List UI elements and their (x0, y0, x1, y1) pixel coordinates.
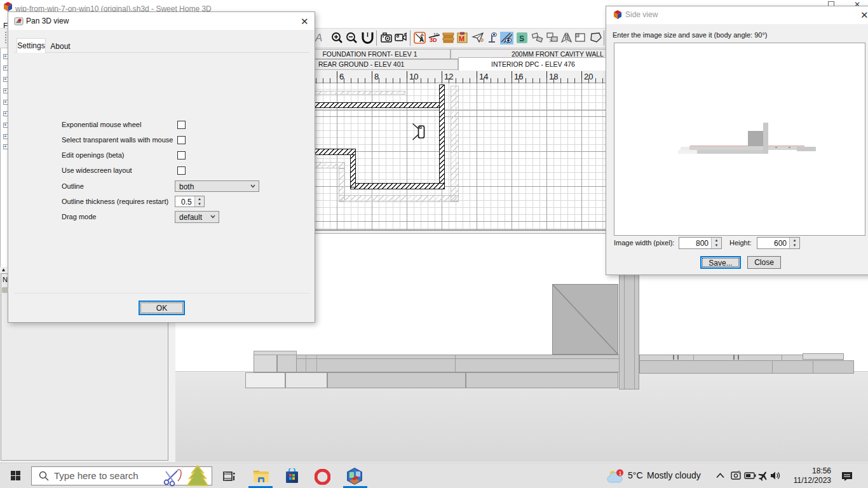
svg-text:S: S (519, 34, 524, 43)
svg-text:10: 10 (433, 32, 438, 37)
svg-text:3D: 3D (430, 37, 437, 43)
svg-text:A: A (419, 36, 424, 43)
svg-text:1: 1 (619, 470, 622, 477)
svg-text:M: M (459, 35, 465, 43)
